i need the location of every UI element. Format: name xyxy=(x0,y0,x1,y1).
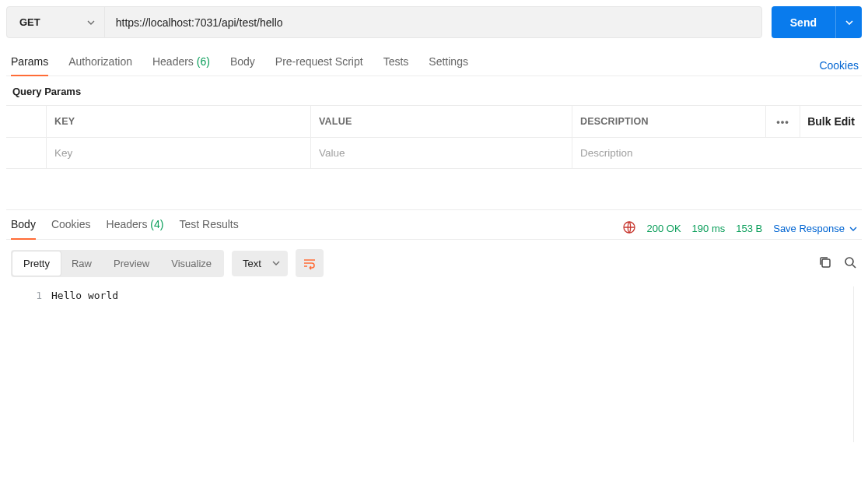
search-response-button[interactable] xyxy=(843,255,857,272)
copy-icon xyxy=(818,255,832,269)
chevron-down-icon xyxy=(87,20,95,25)
save-response-button[interactable]: Save Response xyxy=(773,223,857,234)
request-url-input[interactable]: https://localhost:7031/api/test/hello xyxy=(105,7,761,37)
view-pretty-button[interactable]: Pretty xyxy=(12,251,61,276)
bulk-edit-button[interactable]: Bulk Edit xyxy=(800,106,862,137)
tab-params[interactable]: Params xyxy=(11,55,48,76)
view-visualize-button[interactable]: Visualize xyxy=(160,251,222,276)
line-number: 1 xyxy=(6,286,51,442)
tab-authorization[interactable]: Authorization xyxy=(68,55,132,76)
tab-headers[interactable]: Headers (6) xyxy=(152,55,210,76)
wrap-lines-button[interactable] xyxy=(296,249,324,277)
response-size: 153 B xyxy=(736,223,762,234)
response-tab-test-results[interactable]: Test Results xyxy=(179,218,238,239)
send-button[interactable]: Send xyxy=(772,6,835,38)
response-tab-headers[interactable]: Headers (4) xyxy=(107,218,164,239)
view-preview-button[interactable]: Preview xyxy=(103,251,160,276)
send-button-label: Send xyxy=(790,16,817,29)
params-header-value: VALUE xyxy=(311,106,572,137)
param-description-input[interactable]: Description xyxy=(572,138,765,168)
chevron-down-icon xyxy=(849,227,857,231)
response-view-group: Pretty Raw Preview Visualize xyxy=(11,250,224,277)
cookies-link[interactable]: Cookies xyxy=(819,59,859,72)
response-time: 190 ms xyxy=(692,223,726,234)
chevron-down-icon xyxy=(845,20,853,25)
request-url-value: https://localhost:7031/api/test/hello xyxy=(116,16,283,29)
globe-network-icon[interactable] xyxy=(622,220,636,237)
response-body-viewer[interactable]: 1 Hello world xyxy=(6,286,854,442)
view-raw-button[interactable]: Raw xyxy=(61,251,103,276)
more-horizontal-icon: ••• xyxy=(776,116,789,128)
params-header-key: KEY xyxy=(47,106,311,137)
response-format-select[interactable]: Text xyxy=(232,251,288,276)
param-value-input[interactable]: Value xyxy=(311,138,572,168)
chevron-down-icon xyxy=(272,261,280,265)
query-params-heading: Query Params xyxy=(12,86,862,97)
http-method-select[interactable]: GET xyxy=(7,7,105,37)
params-header-description: DESCRIPTION xyxy=(572,106,765,137)
response-tab-body[interactable]: Body xyxy=(11,218,36,240)
tab-tests[interactable]: Tests xyxy=(383,55,409,76)
search-icon xyxy=(843,255,857,269)
http-method-label: GET xyxy=(19,16,40,28)
param-key-input[interactable]: Key xyxy=(47,138,311,168)
svg-rect-1 xyxy=(822,259,830,267)
tab-prerequest[interactable]: Pre-request Script xyxy=(275,55,363,76)
params-checkbox-header xyxy=(6,106,47,137)
headers-count-badge: (6) xyxy=(197,55,210,68)
response-headers-count-badge: (4) xyxy=(150,218,163,230)
svg-point-2 xyxy=(845,258,853,265)
param-row-checkbox[interactable] xyxy=(6,138,47,168)
response-body-text: Hello world xyxy=(51,286,118,442)
tab-settings[interactable]: Settings xyxy=(429,55,468,76)
tab-body[interactable]: Body xyxy=(230,55,255,76)
response-status-code: 200 OK xyxy=(647,223,681,234)
copy-response-button[interactable] xyxy=(818,255,832,272)
response-tab-cookies[interactable]: Cookies xyxy=(51,218,91,239)
wrap-lines-icon xyxy=(303,256,317,270)
params-more-menu[interactable]: ••• xyxy=(765,106,800,137)
send-dropdown-button[interactable] xyxy=(835,6,862,38)
